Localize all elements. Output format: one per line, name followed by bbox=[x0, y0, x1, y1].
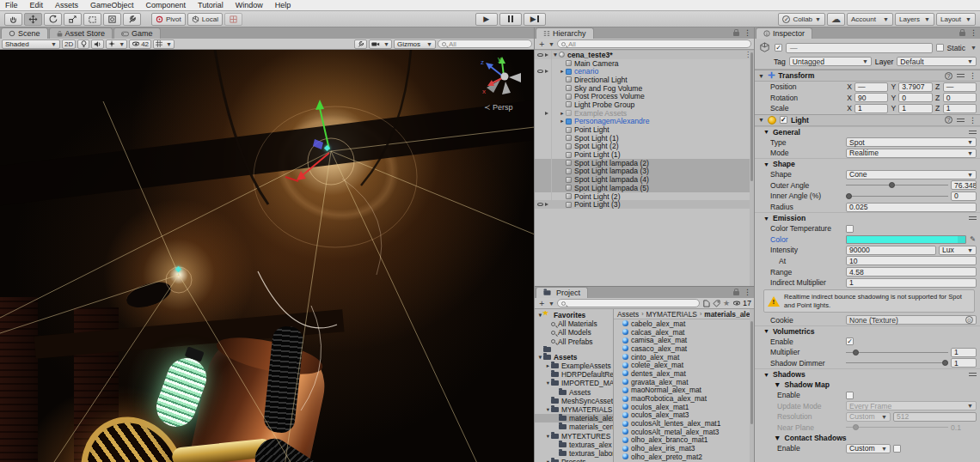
hierarchy-row[interactable]: Point Light (2) bbox=[535, 192, 754, 201]
outer-angle-slider[interactable] bbox=[846, 180, 948, 190]
intensity-field[interactable]: 90000 bbox=[846, 246, 936, 255]
hierarchy-row[interactable]: Point Light (3) bbox=[535, 200, 754, 209]
range-field[interactable]: 4.58 bbox=[846, 267, 977, 277]
update-mode-dropdown[interactable]: Every Frame▼ bbox=[846, 401, 977, 410]
at-field[interactable]: 10 bbox=[846, 256, 977, 265]
row-gutter[interactable] bbox=[536, 76, 552, 84]
shadow-map-enable-checkbox[interactable]: ✓ bbox=[846, 392, 854, 399]
light-color-swatch[interactable] bbox=[846, 235, 966, 244]
shadow-map-subheader[interactable]: ▼Shadow Map bbox=[755, 380, 980, 390]
hierarchy-create-button[interactable]: ＋▼ bbox=[537, 38, 554, 50]
custom-tool-button[interactable] bbox=[123, 13, 141, 26]
scene-effects-dropdown[interactable]: ▼ bbox=[106, 40, 127, 49]
cloud-button[interactable]: ☁ bbox=[827, 13, 845, 26]
transform-tool-button[interactable] bbox=[103, 13, 121, 26]
section-options-icon[interactable] bbox=[969, 215, 977, 222]
resolution-mode-dropdown[interactable]: Custom▼ bbox=[846, 412, 891, 422]
radius-field[interactable]: 0.025 bbox=[846, 203, 977, 212]
project-scrollbar[interactable] bbox=[750, 309, 754, 462]
folder-row[interactable]: ▸ ExampleAssets bbox=[535, 362, 613, 370]
hierarchy-row[interactable]: Spot Light (2) bbox=[535, 143, 754, 151]
tab-game[interactable]: Game bbox=[113, 27, 161, 39]
x-field[interactable]: 90 bbox=[854, 93, 888, 102]
hierarchy-row[interactable]: Spot Light lampada (4) bbox=[535, 175, 754, 184]
transform-header[interactable]: ▼✛ Transform ?⋮ bbox=[755, 70, 980, 82]
row-gutter[interactable] bbox=[536, 109, 552, 118]
search-by-label-icon[interactable] bbox=[713, 300, 720, 307]
light-type-dropdown[interactable]: Spot▼ bbox=[846, 137, 977, 147]
hierarchy-row[interactable]: Point Light bbox=[535, 125, 754, 134]
component-menu-icon[interactable]: ⋮ bbox=[969, 71, 977, 80]
static-checkbox[interactable]: ✓ bbox=[936, 44, 944, 52]
inner-angle-field[interactable]: 0 bbox=[951, 191, 977, 201]
row-gutter[interactable] bbox=[536, 167, 552, 176]
fold-arrow[interactable]: ▼ bbox=[552, 52, 559, 58]
z-field[interactable]: — bbox=[943, 82, 977, 92]
folder-row[interactable]: ▾ MYTEXTURES bbox=[535, 431, 613, 440]
menu-help[interactable]: Help bbox=[275, 1, 291, 9]
folder-row[interactable]: HDRPDefaultRes bbox=[535, 370, 613, 379]
panel-menu-icon[interactable]: ⋮ bbox=[744, 288, 751, 296]
hierarchy-row[interactable]: ▸ Example Assets bbox=[535, 109, 754, 118]
outer-angle-field[interactable]: 76.3484 bbox=[951, 180, 977, 190]
scene-camera-dropdown[interactable]: ▼ bbox=[369, 40, 392, 49]
row-gutter[interactable] bbox=[536, 118, 552, 126]
folder-row[interactable]: All Prefabs bbox=[535, 337, 613, 346]
cookie-field[interactable]: None (Texture)⊙ bbox=[846, 315, 977, 325]
scale-tool-button[interactable] bbox=[64, 13, 82, 26]
volumetrics-section-header[interactable]: ▼Volumetrics bbox=[755, 325, 980, 337]
grid-snap-button[interactable] bbox=[224, 13, 242, 26]
shading-mode-dropdown[interactable]: Shaded▼ bbox=[2, 40, 60, 49]
z-field[interactable]: 0 bbox=[943, 93, 977, 102]
section-options-icon[interactable] bbox=[969, 129, 977, 136]
material-item[interactable]: oculos_alex_mat1 bbox=[614, 403, 754, 411]
y-field[interactable]: 1 bbox=[898, 104, 932, 113]
help-icon[interactable]: ? bbox=[945, 72, 952, 80]
volumetric-multiplier-field[interactable]: 1 bbox=[951, 348, 977, 357]
collab-dropdown[interactable]: ✓ Collab▼ bbox=[778, 13, 825, 26]
folder-row[interactable]: MeshSyncAssets bbox=[535, 397, 613, 405]
contact-shadows-subheader[interactable]: ▼Contact Shadows bbox=[755, 433, 980, 443]
folder-row[interactable]: ▾ Favorites bbox=[535, 311, 613, 319]
tab-hierarchy[interactable]: Hierarchy bbox=[536, 27, 594, 39]
fold-arrow[interactable]: ▸ bbox=[559, 110, 566, 117]
rotate-tool-button[interactable] bbox=[44, 13, 62, 26]
folder-row[interactable]: ▾ Presets bbox=[535, 458, 613, 462]
scene-viewport[interactable]: y z x ≺ Persp bbox=[0, 50, 534, 462]
shape-section-header[interactable]: ▼Shape bbox=[755, 158, 980, 169]
row-gutter[interactable] bbox=[536, 125, 552, 134]
section-options-icon[interactable] bbox=[969, 371, 977, 378]
shadows-section-header[interactable]: ▼Shadows bbox=[755, 368, 980, 380]
z-field[interactable]: 1 bbox=[943, 104, 977, 113]
row-gutter[interactable] bbox=[536, 67, 552, 76]
hierarchy-row[interactable]: Directional Light bbox=[535, 76, 754, 84]
lock-icon[interactable] bbox=[733, 291, 739, 295]
volumetric-multiplier-slider[interactable] bbox=[846, 348, 948, 357]
shadow-dimmer-slider[interactable] bbox=[846, 358, 948, 368]
account-dropdown[interactable]: Account▼ bbox=[847, 13, 893, 26]
row-gutter[interactable] bbox=[536, 159, 552, 167]
eyedropper-icon[interactable]: ✎ bbox=[969, 235, 977, 243]
gizmos-dropdown[interactable]: Gizmos▼ bbox=[394, 40, 436, 49]
hierarchy-row[interactable]: ▸ cenario bbox=[535, 67, 754, 76]
gameobject-cube-icon[interactable] bbox=[758, 41, 771, 54]
tag-dropdown[interactable]: Untagged▼ bbox=[789, 57, 872, 66]
row-gutter[interactable] bbox=[536, 192, 552, 201]
row-gutter[interactable] bbox=[536, 51, 552, 59]
hierarchy-row[interactable]: ▼ cena_teste3* ⋮ bbox=[535, 51, 754, 59]
scene-audio-toggle[interactable] bbox=[91, 40, 104, 49]
step-button[interactable]: ▶ bbox=[524, 13, 546, 26]
emission-section-header[interactable]: ▼Emission bbox=[755, 212, 980, 223]
material-item[interactable]: cinto_alex_mat bbox=[614, 353, 754, 362]
x-field[interactable]: 1 bbox=[854, 104, 888, 113]
tab-inspector[interactable]: Inspector bbox=[756, 27, 812, 39]
fold-arrow[interactable]: ▾ bbox=[545, 406, 551, 413]
component-menu-icon[interactable]: ⋮ bbox=[969, 116, 977, 125]
intensity-unit-dropdown[interactable]: Lux▼ bbox=[939, 246, 977, 255]
scene-lighting-toggle[interactable] bbox=[77, 40, 89, 49]
static-dropdown[interactable]: Static▼ bbox=[947, 44, 977, 52]
material-item[interactable]: cabelo_alex_mat bbox=[614, 319, 754, 328]
material-item[interactable]: maoRobotica_alex_mat bbox=[614, 394, 754, 403]
light-enabled-checkbox[interactable]: ✓ bbox=[780, 116, 787, 124]
material-item[interactable]: maoNormal_alex_mat bbox=[614, 386, 754, 395]
